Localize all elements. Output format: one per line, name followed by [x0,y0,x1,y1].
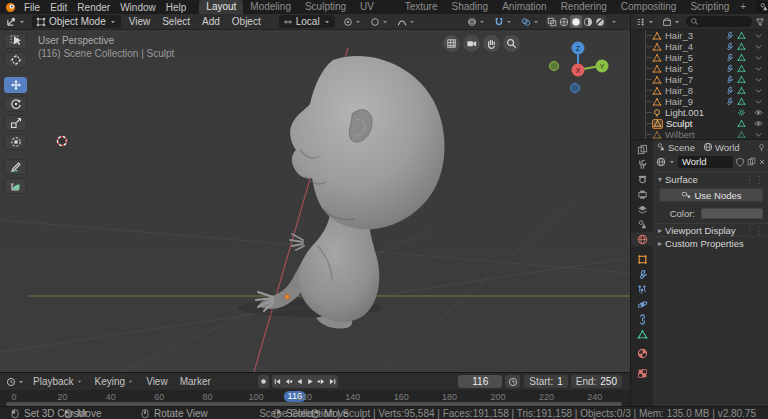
viewport-menu-select[interactable]: Select [156,16,196,27]
shading-solid-button[interactable] [570,15,582,28]
object-name[interactable]: Wilbert [665,129,695,139]
pin-icon[interactable] [757,143,766,152]
object-name[interactable]: Hair_5 [665,52,693,63]
eye-closed-icon[interactable] [754,64,763,73]
outliner-item-hair_6[interactable]: Hair_6 [631,63,768,74]
object-name[interactable]: Hair_7 [665,74,693,85]
mesh-data-icon[interactable] [737,31,746,40]
object-name[interactable]: Hair_9 [665,96,693,107]
properties-tab-modifiers[interactable] [631,267,653,281]
properties-tab-object-data[interactable] [631,327,653,341]
workspace-tab-sculpting[interactable]: Sculpting [298,0,353,14]
properties-tab-view-layer[interactable] [631,202,653,216]
current-frame-field[interactable]: 116 [458,375,502,388]
eye-closed-icon[interactable] [754,31,763,40]
snapping-button[interactable] [492,15,515,28]
timeline-menu-marker[interactable]: Marker [174,376,217,387]
eye-closed-icon[interactable] [754,97,763,106]
use-preview-range-button[interactable] [505,375,520,388]
play-button[interactable] [305,375,316,388]
workspace-tab-modeling[interactable]: Modeling [243,0,298,14]
pan-hand-button[interactable] [483,35,500,52]
duplicate-icon[interactable] [747,157,756,166]
workspace-tab-texture-paint[interactable]: Texture Paint [398,0,445,14]
workspace-tab-rendering[interactable]: Rendering [554,0,614,14]
workspace-tab-uv-editing[interactable]: UV Editing [353,0,398,14]
timeline-menu-view[interactable]: View [140,376,174,387]
viewport-menu-view[interactable]: View [123,16,157,27]
properties-tab-editor-type[interactable] [631,142,653,156]
mesh-data-icon[interactable] [737,130,746,139]
modifier-wrench-icon[interactable] [725,97,734,106]
end-frame-field[interactable]: End:250 [571,375,622,388]
cursor-tool-button[interactable] [4,52,27,68]
start-frame-field[interactable]: Start:1 [524,375,567,388]
mesh-data-icon[interactable] [737,75,746,84]
properties-tab-particles[interactable] [631,282,653,296]
object-name[interactable]: Hair_3 [665,30,693,41]
object-name[interactable]: Light.001 [665,107,704,118]
mesh-data-icon[interactable] [737,53,746,62]
viewport-menu-add[interactable]: Add [196,16,226,27]
transform-tool-button[interactable] [4,134,27,150]
modifier-wrench-icon[interactable] [725,42,734,51]
add-workspace-button[interactable]: + [736,0,750,14]
mesh-data-icon[interactable] [737,86,746,95]
modifier-wrench-icon[interactable] [725,75,734,84]
menu-file[interactable]: File [19,2,45,13]
timeline-editor-type-button[interactable] [4,375,27,388]
eye-closed-icon[interactable] [754,86,763,95]
select-box-tool-button[interactable] [4,33,27,49]
record-button[interactable] [258,375,269,388]
outliner-item-hair_9[interactable]: Hair_9 [631,96,768,107]
workspace-tab-shading[interactable]: Shading [444,0,495,14]
scale-tool-button[interactable] [4,115,27,131]
object-name[interactable]: Hair_6 [665,63,693,74]
eye-open-icon[interactable] [754,108,763,117]
modifier-wrench-icon[interactable] [725,64,734,73]
workspace-tab-animation[interactable]: Animation [495,0,553,14]
proportional-editing-button[interactable] [368,15,391,28]
properties-tab-constraints[interactable] [631,312,653,326]
timeline-menu-keying[interactable]: Keying [89,376,141,387]
outliner-item-hair_3[interactable]: Hair_3 [631,30,768,41]
eye-closed-icon[interactable] [754,130,763,139]
outliner-search-input[interactable] [686,16,752,27]
measure-tool-button[interactable] [4,178,27,194]
camera-view-button[interactable] [463,35,480,52]
eye-closed-icon[interactable] [754,42,763,51]
eye-closed-icon[interactable] [754,53,763,62]
filter-funnel-icon[interactable] [755,17,765,27]
object-name[interactable]: Hair_4 [665,41,693,52]
properties-tab-world[interactable] [631,232,653,246]
breadcrumb-scene[interactable]: Scene [668,142,695,153]
viewport-3d[interactable]: User Perspective (116) Scene Collection … [0,30,630,372]
outliner-item-sculpt[interactable]: Sculpt [631,118,768,129]
mesh-data-icon[interactable] [737,42,746,51]
xray-toggle-button[interactable] [546,15,558,28]
timeline-menu-playback[interactable]: Playback [27,376,89,387]
world-icon[interactable] [656,157,666,167]
light-data-icon[interactable] [737,108,746,117]
shield-icon[interactable] [735,157,745,167]
mode-dropdown[interactable]: Object Mode [32,15,121,28]
modifier-wrench-icon[interactable] [725,53,734,62]
falloff-button[interactable] [395,15,418,28]
outliner-filter-collection[interactable] [660,15,683,28]
mesh-data-icon[interactable] [737,97,746,106]
surface-panel-header[interactable]: ▾ Surface ⋮⋮ [653,172,768,185]
modifier-wrench-icon[interactable] [725,86,734,95]
workspace-tab-compositing[interactable]: Compositing [614,0,684,14]
properties-tab-material[interactable] [631,346,653,360]
workspace-tab-scripting[interactable]: Scripting [683,0,736,14]
menu-window[interactable]: Window [115,2,161,13]
overlays-button[interactable] [519,15,542,28]
key-next-button[interactable] [316,375,327,388]
zoom-magnifier-button[interactable] [503,35,520,52]
workspace-tab-layout[interactable]: Layout [199,0,243,14]
shading-rendered-button[interactable] [594,15,606,28]
orientation-dropdown[interactable]: Local [279,15,335,28]
menu-help[interactable]: Help [161,2,192,13]
world-color-swatch[interactable] [701,208,763,219]
properties-tab-scene[interactable] [631,217,653,231]
